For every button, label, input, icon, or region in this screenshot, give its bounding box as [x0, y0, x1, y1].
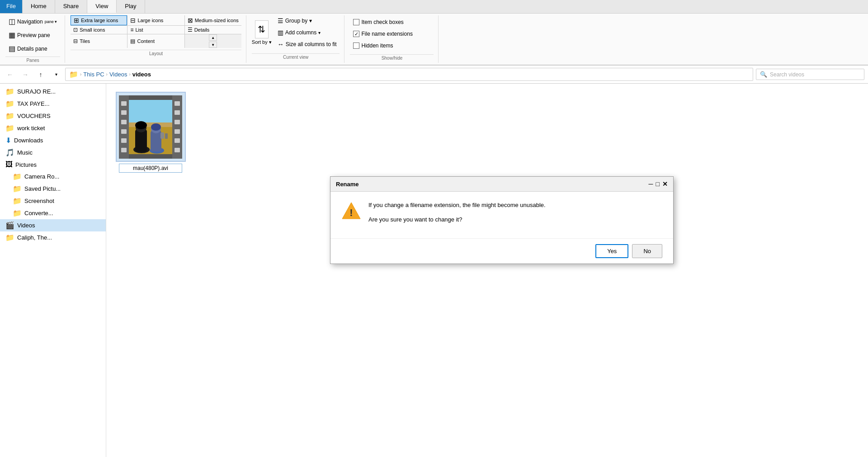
rename-dialog: Rename ─ □ ✕ ! If you change a filename …: [330, 176, 674, 264]
svg-text:!: !: [349, 207, 353, 218]
dialog-minimize-btn[interactable]: ─: [649, 180, 653, 188]
dialog-close-btn[interactable]: ✕: [662, 180, 668, 188]
dialog-titlebar: Rename ─ □ ✕: [330, 177, 673, 192]
warning-icon: !: [341, 202, 361, 224]
dialog-warning-text-2: Are you sure you want to change it?: [368, 215, 662, 224]
dialog-maximize-btn[interactable]: □: [656, 180, 660, 188]
dialog-window-controls: ─ □ ✕: [649, 180, 668, 188]
dialog-no-btn[interactable]: No: [632, 244, 662, 258]
dialog-warning-text-1: If you change a filename extension, the …: [368, 201, 662, 210]
warning-svg: !: [341, 202, 361, 220]
dialog-title: Rename: [336, 181, 359, 188]
dialog-overlay: Rename ─ □ ✕ ! If you change a filename …: [0, 0, 868, 457]
dialog-body: ! If you change a filename extension, th…: [330, 192, 673, 238]
dialog-text: If you change a filename extension, the …: [368, 201, 662, 229]
dialog-footer: Yes No: [330, 238, 673, 264]
dialog-yes-btn[interactable]: Yes: [595, 244, 628, 258]
